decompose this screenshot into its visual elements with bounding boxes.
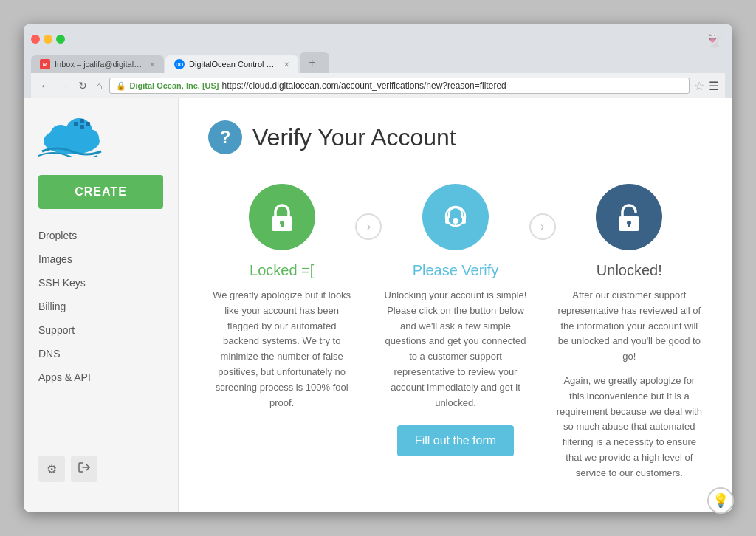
reload-button[interactable]: ↻ <box>75 78 90 93</box>
secure-icon: 🔒 <box>116 81 126 91</box>
step-verify: Please Verify Unlocking your account is … <box>382 184 529 456</box>
svg-rect-4 <box>74 122 78 126</box>
sidebar-nav: Droplets Images SSH Keys Billing Support… <box>24 224 178 389</box>
bookmark-button[interactable]: ☆ <box>694 79 704 93</box>
extension-icon: 👻 <box>704 30 722 48</box>
home-button[interactable]: ⌂ <box>93 78 105 93</box>
svg-rect-5 <box>80 119 84 123</box>
new-tab-icon: + <box>309 56 315 69</box>
svg-rect-20 <box>628 223 630 227</box>
back-button[interactable]: ← <box>37 78 53 93</box>
sidebar-bottom: ⚙ <box>24 441 178 497</box>
sidebar-item-images[interactable]: Images <box>24 247 178 271</box>
locked-circle <box>249 184 315 250</box>
close-button[interactable] <box>31 35 40 44</box>
tab-gmail[interactable]: M Inbox – jcalifa@digitaloc... ✕ <box>31 55 164 73</box>
svg-rect-7 <box>80 125 84 129</box>
question-icon: ? <box>208 120 242 154</box>
browser-window: 👻 M Inbox – jcalifa@digitaloc... ✕ DO Di… <box>24 24 732 512</box>
traffic-lights <box>31 35 65 44</box>
controls-row: 👻 <box>31 30 725 48</box>
unlocked-desc1: After our customer support representativ… <box>556 288 703 365</box>
logout-icon <box>78 461 91 477</box>
headset-icon <box>439 200 472 234</box>
sidebar: CREATE Droplets Images SSH Keys Billing … <box>24 98 179 512</box>
unlocked-title: Unlocked! <box>556 262 703 279</box>
page-title: Verify Your Account <box>252 124 456 151</box>
arrow-1: › <box>355 184 382 240</box>
arrow-2: › <box>529 184 556 240</box>
secure-label: Digital Ocean, Inc. [US] <box>129 81 219 90</box>
lightbulb-icon[interactable]: 💡 <box>707 487 734 514</box>
main-content: ? Verify Your Account <box>179 98 732 512</box>
do-logo <box>38 113 112 157</box>
unlocked-desc2: Again, we greatly apologize for this inc… <box>556 374 703 481</box>
verify-desc: Unlocking your account is simple! Please… <box>382 288 529 410</box>
sidebar-item-support[interactable]: Support <box>24 318 178 342</box>
step-unlocked: Unlocked! After our customer support rep… <box>556 184 703 481</box>
tabs-row: M Inbox – jcalifa@digitaloc... ✕ DO Digi… <box>31 52 725 73</box>
tab-gmail-label: Inbox – jcalifa@digitaloc... <box>55 60 145 69</box>
create-button[interactable]: CREATE <box>38 175 163 209</box>
arrow-circle-1: › <box>355 213 382 240</box>
svg-rect-6 <box>86 122 90 126</box>
sidebar-item-apps-api[interactable]: Apps & API <box>24 365 178 389</box>
logout-button[interactable] <box>71 456 97 482</box>
tab-digitalocean[interactable]: DO DigitalOcean Control Panel ✕ <box>165 55 298 73</box>
address-input[interactable]: 🔒 Digital Ocean, Inc. [US] https://cloud… <box>109 78 690 94</box>
tab-do-label: DigitalOcean Control Panel <box>189 60 279 69</box>
lock-open-icon <box>612 200 646 234</box>
svg-point-3 <box>81 129 99 147</box>
tab-close-gmail[interactable]: ✕ <box>149 61 155 69</box>
svg-rect-11 <box>281 223 284 227</box>
gear-icon: ⚙ <box>47 462 57 476</box>
page-content: CREATE Droplets Images SSH Keys Billing … <box>24 98 732 512</box>
locked-desc: We greatly apologize but it looks like y… <box>208 288 355 410</box>
fill-form-button[interactable]: Fill out the form <box>397 425 514 456</box>
page-header: ? Verify Your Account <box>208 120 703 154</box>
url-text: https://cloud.digitalocean.com/account_v… <box>222 80 506 91</box>
svg-point-15 <box>453 218 458 224</box>
sidebar-item-droplets[interactable]: Droplets <box>24 224 178 247</box>
sidebar-item-dns[interactable]: DNS <box>24 342 178 365</box>
tab-empty[interactable]: + <box>300 52 329 73</box>
menu-button[interactable]: ☰ <box>709 79 719 93</box>
logo-area <box>24 113 178 175</box>
lock-icon <box>265 200 299 234</box>
verify-circle <box>422 184 489 250</box>
sidebar-item-ssh-keys[interactable]: SSH Keys <box>24 271 178 295</box>
minimize-button[interactable] <box>44 35 52 44</box>
address-bar: ← → ↻ ⌂ 🔒 Digital Ocean, Inc. [US] https… <box>31 73 725 98</box>
sidebar-item-billing[interactable]: Billing <box>24 295 178 318</box>
fullscreen-button[interactable] <box>56 35 65 44</box>
step-locked: Locked =[ We greatly apologize but it lo… <box>208 184 355 410</box>
tab-close-do[interactable]: ✕ <box>284 61 289 69</box>
nav-buttons: ← → ↻ ⌂ <box>37 78 105 93</box>
locked-title: Locked =[ <box>208 262 355 279</box>
steps-container: Locked =[ We greatly apologize but it lo… <box>208 184 703 481</box>
forward-button[interactable]: → <box>56 78 72 93</box>
verify-title: Please Verify <box>382 262 529 279</box>
unlocked-circle <box>596 184 662 250</box>
settings-button[interactable]: ⚙ <box>38 456 65 482</box>
browser-chrome: 👻 M Inbox – jcalifa@digitaloc... ✕ DO Di… <box>24 24 732 98</box>
arrow-circle-2: › <box>529 213 556 240</box>
